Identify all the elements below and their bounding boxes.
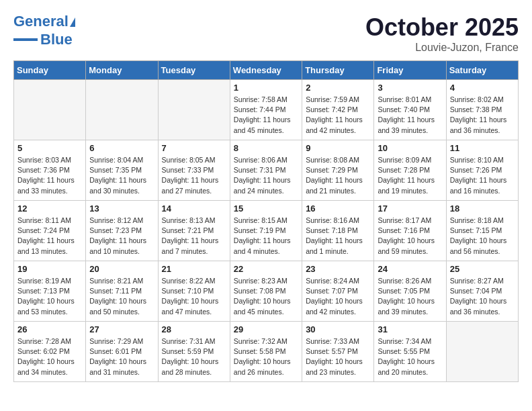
- day-number: 30: [306, 324, 370, 334]
- day-number: 31: [378, 324, 442, 334]
- day-info: Sunrise: 7:58 AM Sunset: 7:44 PM Dayligh…: [234, 95, 298, 136]
- day-number: 10: [378, 143, 442, 153]
- calendar-day-cell: 14Sunrise: 8:13 AM Sunset: 7:21 PM Dayli…: [158, 201, 230, 261]
- day-info: Sunrise: 8:22 AM Sunset: 7:10 PM Dayligh…: [162, 276, 226, 317]
- day-number: 15: [234, 203, 298, 214]
- calendar-day-cell: 8Sunrise: 8:06 AM Sunset: 7:31 PM Daylig…: [230, 140, 302, 201]
- day-info: Sunrise: 8:17 AM Sunset: 7:16 PM Dayligh…: [378, 216, 442, 257]
- calendar-day-cell: [446, 322, 518, 382]
- calendar-table: SundayMondayTuesdayWednesdayThursdayFrid…: [13, 60, 519, 382]
- calendar-week-row: 5Sunrise: 8:03 AM Sunset: 7:36 PM Daylig…: [14, 140, 519, 201]
- calendar-day-cell: 21Sunrise: 8:22 AM Sunset: 7:10 PM Dayli…: [158, 261, 230, 322]
- day-info: Sunrise: 8:10 AM Sunset: 7:26 PM Dayligh…: [450, 155, 515, 196]
- day-info: Sunrise: 8:26 AM Sunset: 7:05 PM Dayligh…: [378, 276, 442, 317]
- day-number: 29: [234, 324, 298, 334]
- day-info: Sunrise: 8:13 AM Sunset: 7:21 PM Dayligh…: [162, 216, 226, 257]
- day-info: Sunrise: 7:31 AM Sunset: 5:59 PM Dayligh…: [162, 336, 226, 377]
- day-number: 7: [162, 143, 226, 153]
- day-number: 3: [378, 83, 442, 93]
- logo-blue: Blue: [40, 31, 73, 48]
- day-number: 8: [234, 143, 298, 153]
- day-info: Sunrise: 8:11 AM Sunset: 7:24 PM Dayligh…: [17, 216, 82, 257]
- month-title: October 2025: [365, 13, 519, 42]
- calendar-day-cell: 1Sunrise: 7:58 AM Sunset: 7:44 PM Daylig…: [230, 80, 302, 140]
- day-number: 27: [89, 324, 154, 334]
- day-number: 4: [450, 83, 515, 93]
- day-info: Sunrise: 7:29 AM Sunset: 6:01 PM Dayligh…: [89, 336, 154, 377]
- day-number: 12: [17, 203, 82, 214]
- day-info: Sunrise: 8:12 AM Sunset: 7:23 PM Dayligh…: [89, 216, 154, 257]
- calendar-day-cell: [86, 80, 158, 140]
- day-number: 6: [89, 143, 154, 153]
- weekday-header-cell: Friday: [374, 61, 446, 80]
- calendar-day-cell: 5Sunrise: 8:03 AM Sunset: 7:36 PM Daylig…: [14, 140, 86, 201]
- day-number: 5: [17, 143, 82, 153]
- calendar-week-row: 19Sunrise: 8:19 AM Sunset: 7:13 PM Dayli…: [14, 261, 519, 322]
- calendar-day-cell: 19Sunrise: 8:19 AM Sunset: 7:13 PM Dayli…: [14, 261, 86, 322]
- calendar-day-cell: 16Sunrise: 8:16 AM Sunset: 7:18 PM Dayli…: [302, 201, 374, 261]
- day-info: Sunrise: 8:02 AM Sunset: 7:38 PM Dayligh…: [450, 95, 515, 136]
- calendar-day-cell: 26Sunrise: 7:28 AM Sunset: 6:02 PM Dayli…: [14, 322, 86, 382]
- day-info: Sunrise: 8:15 AM Sunset: 7:19 PM Dayligh…: [234, 216, 298, 257]
- calendar-day-cell: 22Sunrise: 8:23 AM Sunset: 7:08 PM Dayli…: [230, 261, 302, 322]
- calendar-day-cell: 23Sunrise: 8:24 AM Sunset: 7:07 PM Dayli…: [302, 261, 374, 322]
- calendar-day-cell: 17Sunrise: 8:17 AM Sunset: 7:16 PM Dayli…: [374, 201, 446, 261]
- calendar-day-cell: 27Sunrise: 7:29 AM Sunset: 6:01 PM Dayli…: [86, 322, 158, 382]
- calendar-day-cell: 10Sunrise: 8:09 AM Sunset: 7:28 PM Dayli…: [374, 140, 446, 201]
- calendar-day-cell: 24Sunrise: 8:26 AM Sunset: 7:05 PM Dayli…: [374, 261, 446, 322]
- calendar-week-row: 1Sunrise: 7:58 AM Sunset: 7:44 PM Daylig…: [14, 80, 519, 140]
- weekday-header-cell: Thursday: [302, 61, 374, 80]
- title-block: October 2025 Louvie-Juzon, France: [365, 13, 519, 54]
- calendar-day-cell: 15Sunrise: 8:15 AM Sunset: 7:19 PM Dayli…: [230, 201, 302, 261]
- calendar-day-cell: 30Sunrise: 7:33 AM Sunset: 5:57 PM Dayli…: [302, 322, 374, 382]
- day-info: Sunrise: 8:21 AM Sunset: 7:11 PM Dayligh…: [89, 276, 154, 317]
- day-info: Sunrise: 8:24 AM Sunset: 7:07 PM Dayligh…: [306, 276, 370, 317]
- day-info: Sunrise: 8:09 AM Sunset: 7:28 PM Dayligh…: [378, 155, 442, 196]
- day-info: Sunrise: 8:04 AM Sunset: 7:35 PM Dayligh…: [89, 155, 154, 196]
- day-number: 1: [234, 83, 298, 93]
- location: Louvie-Juzon, France: [365, 42, 519, 54]
- day-info: Sunrise: 7:28 AM Sunset: 6:02 PM Dayligh…: [17, 336, 82, 377]
- day-info: Sunrise: 8:18 AM Sunset: 7:15 PM Dayligh…: [450, 216, 515, 257]
- day-number: 19: [17, 264, 82, 274]
- day-info: Sunrise: 8:05 AM Sunset: 7:33 PM Dayligh…: [162, 155, 226, 196]
- logo-text: General: [13, 13, 75, 30]
- calendar-day-cell: [158, 80, 230, 140]
- day-number: 28: [162, 324, 226, 334]
- weekday-header-cell: Wednesday: [230, 61, 302, 80]
- weekday-header-cell: Monday: [86, 61, 158, 80]
- calendar-week-row: 26Sunrise: 7:28 AM Sunset: 6:02 PM Dayli…: [14, 322, 519, 382]
- day-info: Sunrise: 8:23 AM Sunset: 7:08 PM Dayligh…: [234, 276, 298, 317]
- calendar-day-cell: 4Sunrise: 8:02 AM Sunset: 7:38 PM Daylig…: [446, 80, 518, 140]
- calendar-body: 1Sunrise: 7:58 AM Sunset: 7:44 PM Daylig…: [14, 80, 519, 382]
- day-info: Sunrise: 8:01 AM Sunset: 7:40 PM Dayligh…: [378, 95, 442, 136]
- calendar-day-cell: 12Sunrise: 8:11 AM Sunset: 7:24 PM Dayli…: [14, 201, 86, 261]
- weekday-header-cell: Sunday: [14, 61, 86, 80]
- day-info: Sunrise: 8:27 AM Sunset: 7:04 PM Dayligh…: [450, 276, 515, 317]
- logo: General Blue: [13, 13, 75, 48]
- calendar-day-cell: 9Sunrise: 8:08 AM Sunset: 7:29 PM Daylig…: [302, 140, 374, 201]
- weekday-header-cell: Tuesday: [158, 61, 230, 80]
- day-info: Sunrise: 8:16 AM Sunset: 7:18 PM Dayligh…: [306, 216, 370, 257]
- day-info: Sunrise: 8:19 AM Sunset: 7:13 PM Dayligh…: [17, 276, 82, 317]
- day-number: 21: [162, 264, 226, 274]
- calendar-day-cell: 29Sunrise: 7:32 AM Sunset: 5:58 PM Dayli…: [230, 322, 302, 382]
- day-info: Sunrise: 7:33 AM Sunset: 5:57 PM Dayligh…: [306, 336, 370, 377]
- calendar-day-cell: 31Sunrise: 7:34 AM Sunset: 5:55 PM Dayli…: [374, 322, 446, 382]
- calendar-day-cell: 7Sunrise: 8:05 AM Sunset: 7:33 PM Daylig…: [158, 140, 230, 201]
- day-number: 17: [378, 203, 442, 214]
- day-number: 16: [306, 203, 370, 214]
- day-info: Sunrise: 8:06 AM Sunset: 7:31 PM Dayligh…: [234, 155, 298, 196]
- day-number: 26: [17, 324, 82, 334]
- calendar-day-cell: 2Sunrise: 7:59 AM Sunset: 7:42 PM Daylig…: [302, 80, 374, 140]
- day-number: 20: [89, 264, 154, 274]
- day-number: 18: [450, 203, 515, 214]
- calendar-day-cell: 28Sunrise: 7:31 AM Sunset: 5:59 PM Dayli…: [158, 322, 230, 382]
- weekday-header-cell: Saturday: [446, 61, 518, 80]
- day-info: Sunrise: 8:08 AM Sunset: 7:29 PM Dayligh…: [306, 155, 370, 196]
- calendar-week-row: 12Sunrise: 8:11 AM Sunset: 7:24 PM Dayli…: [14, 201, 519, 261]
- weekday-header-row: SundayMondayTuesdayWednesdayThursdayFrid…: [14, 61, 519, 80]
- calendar-day-cell: 3Sunrise: 8:01 AM Sunset: 7:40 PM Daylig…: [374, 80, 446, 140]
- day-number: 9: [306, 143, 370, 153]
- day-number: 11: [450, 143, 515, 153]
